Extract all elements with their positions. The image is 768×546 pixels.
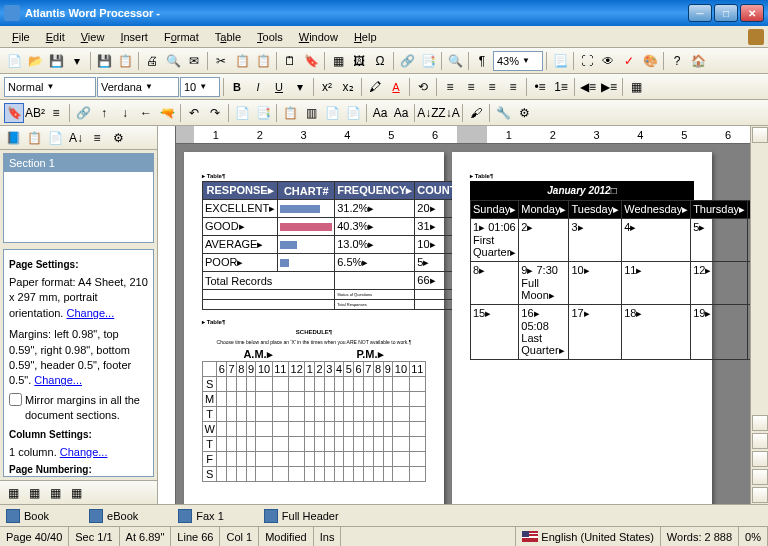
navigate-fwd-icon[interactable]: 🔫 [157, 103, 177, 123]
eye-icon[interactable]: 👁 [598, 51, 618, 71]
justify-icon[interactable]: ≡ [503, 77, 523, 97]
clear-format-icon[interactable]: ⟲ [413, 77, 433, 97]
doc-merge-icon[interactable]: 📑 [253, 103, 273, 123]
minimize-button[interactable]: ─ [688, 4, 712, 22]
section-list[interactable]: Section 1 [3, 153, 154, 243]
close-button[interactable]: ✕ [740, 4, 764, 22]
navigate-back-icon[interactable]: ← [136, 103, 156, 123]
case-lower-icon[interactable]: Aa [391, 103, 411, 123]
menu-tools[interactable]: Tools [249, 29, 291, 45]
underline-icon[interactable]: U [269, 77, 289, 97]
scroll-thumb[interactable] [752, 415, 768, 431]
redo-icon[interactable]: ↷ [205, 103, 225, 123]
table-icon[interactable]: ▦ [328, 51, 348, 71]
borders-icon[interactable]: ▦ [626, 77, 646, 97]
panel-btn-5[interactable]: ≡ [87, 128, 107, 148]
go-up-icon[interactable]: ↑ [94, 103, 114, 123]
menu-format[interactable]: Format [156, 29, 207, 45]
copy-icon[interactable]: 📋 [232, 51, 252, 71]
status-page[interactable]: Page 40/40 [0, 527, 69, 546]
format-style-icon[interactable]: 🔖 [4, 103, 24, 123]
home-icon[interactable]: 🏠 [688, 51, 708, 71]
sections-del-icon[interactable]: ▦ [3, 483, 23, 503]
panel-btn-3[interactable]: 📄 [45, 128, 65, 148]
sections-copy-icon[interactable]: ▦ [45, 483, 65, 503]
align-center-icon[interactable]: ≡ [461, 77, 481, 97]
case-upper-icon[interactable]: Aa [370, 103, 390, 123]
subscript-icon[interactable]: x₂ [338, 77, 358, 97]
menu-help[interactable]: Help [346, 29, 385, 45]
panel-btn-1[interactable]: 📘 [3, 128, 23, 148]
browse-object-icon[interactable] [752, 451, 768, 467]
align-left-icon[interactable]: ≡ [440, 77, 460, 97]
numbering-icon[interactable]: 1≡ [551, 77, 571, 97]
footer-icon[interactable]: 📄 [343, 103, 363, 123]
sections-move-icon[interactable]: ▦ [66, 483, 86, 503]
sort-desc-icon[interactable]: Z↓A [439, 103, 459, 123]
save-dropdown-icon[interactable]: ▾ [67, 51, 87, 71]
sort-asc-icon[interactable]: A↓Z [418, 103, 438, 123]
section-icon[interactable]: 📋 [280, 103, 300, 123]
tab-full-header[interactable]: Full Header [264, 509, 339, 523]
tab-ebook[interactable]: eBook [89, 509, 138, 523]
calendar-table[interactable]: Sunday▸Monday▸Tuesday▸Wednesday▸Thursday… [470, 200, 750, 360]
palette-icon[interactable]: 🎨 [640, 51, 660, 71]
cut-icon[interactable]: ✂ [211, 51, 231, 71]
go-down-icon[interactable]: ↓ [115, 103, 135, 123]
open-icon[interactable]: 📂 [25, 51, 45, 71]
bullets-icon[interactable]: •≡ [530, 77, 550, 97]
image-icon[interactable]: 🖼 [349, 51, 369, 71]
case-icon[interactable]: AB² [25, 103, 45, 123]
sections-add-icon[interactable]: ▦ [24, 483, 44, 503]
columns-icon[interactable]: ▥ [301, 103, 321, 123]
response-table[interactable]: RESPONSE▸CHART#FREQUENCY▸COUNT▸ EXCELLEN… [202, 181, 465, 310]
symbol-icon[interactable]: Ω [370, 51, 390, 71]
format-brush-icon[interactable]: 🖌 [466, 103, 486, 123]
new-document-icon[interactable]: 📄 [4, 51, 24, 71]
help-icon[interactable]: ? [667, 51, 687, 71]
menu-edit[interactable]: Edit [38, 29, 73, 45]
print-icon[interactable]: 🖨 [142, 51, 162, 71]
bold-icon[interactable]: B [227, 77, 247, 97]
page-right[interactable]: ▸ Table¶ January 2012□ Sunday▸Monday▸Tue… [452, 152, 712, 504]
options-icon[interactable]: ⚙ [514, 103, 534, 123]
increase-indent-icon[interactable]: ▶≡ [599, 77, 619, 97]
superscript-icon[interactable]: x² [317, 77, 337, 97]
schedule-table[interactable]: 67891011121234567891011 S M T W T F S [202, 361, 426, 482]
scroll-down-icon[interactable] [752, 433, 768, 449]
align-right-icon[interactable]: ≡ [482, 77, 502, 97]
horizontal-ruler[interactable]: 123456 123456 [176, 126, 750, 144]
save-icon[interactable]: 💾 [46, 51, 66, 71]
backup-icon[interactable]: 💾 [94, 51, 114, 71]
maximize-button[interactable]: □ [714, 4, 738, 22]
menu-view[interactable]: View [73, 29, 113, 45]
hyperlink-icon[interactable]: 🔗 [397, 51, 417, 71]
prev-page-icon[interactable] [752, 469, 768, 485]
clipboard-icon[interactable]: 🗒 [280, 51, 300, 71]
bookmark-icon[interactable]: 📑 [418, 51, 438, 71]
menu-table[interactable]: Table [207, 29, 249, 45]
section-item[interactable]: Section 1 [4, 154, 153, 172]
italic-icon[interactable]: I [248, 77, 268, 97]
print-preview-icon[interactable]: 🔍 [163, 51, 183, 71]
change-margins-link[interactable]: Change... [34, 374, 82, 386]
change-paper-link[interactable]: Change... [66, 307, 114, 319]
tab-book[interactable]: Book [6, 509, 49, 523]
highlight-icon[interactable]: 🖍 [365, 77, 385, 97]
menu-window[interactable]: Window [291, 29, 346, 45]
pilcrow-icon[interactable]: ¶ [472, 51, 492, 71]
menu-insert[interactable]: Insert [112, 29, 156, 45]
mirror-margins-check[interactable]: Mirror margins in all the document secti… [9, 393, 148, 424]
change-columns-link[interactable]: Change... [60, 446, 108, 458]
zoom-combo[interactable]: 43%▼ [493, 51, 543, 71]
undo-icon[interactable]: ↶ [184, 103, 204, 123]
paste-icon[interactable]: 📋 [253, 51, 273, 71]
footnote-icon[interactable]: 🔖 [301, 51, 321, 71]
status-words[interactable]: Words: 2 888 [661, 527, 739, 546]
panel-btn-4[interactable]: A↓ [66, 128, 86, 148]
page-left[interactable]: ▸ Table¶ RESPONSE▸CHART#FREQUENCY▸COUNT▸… [184, 152, 444, 504]
menu-file[interactable]: File [4, 29, 38, 45]
header-icon[interactable]: 📄 [322, 103, 342, 123]
doc-compare-icon[interactable]: 📄 [232, 103, 252, 123]
decrease-indent-icon[interactable]: ◀≡ [578, 77, 598, 97]
